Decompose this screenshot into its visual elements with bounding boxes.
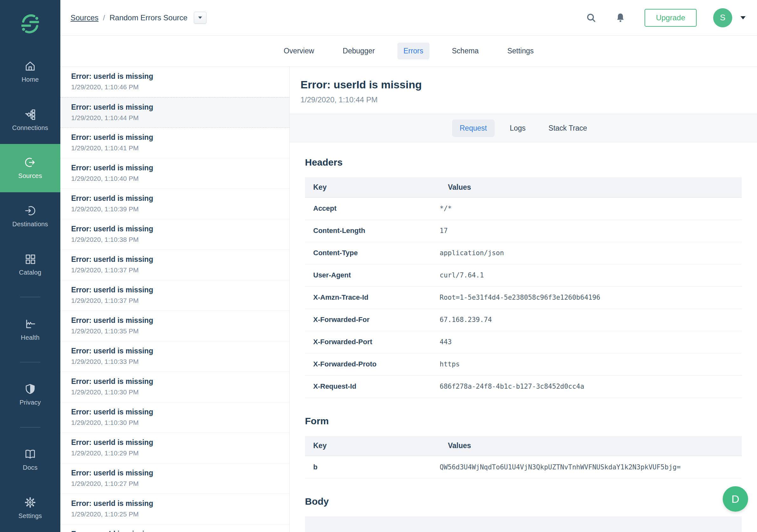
account-menu-chevron-icon[interactable] bbox=[741, 16, 745, 19]
table-row: User-Agentcurl/7.64.1 bbox=[305, 264, 742, 286]
chat-widget-button[interactable]: D bbox=[723, 486, 748, 512]
kv-key: X-Request-Id bbox=[305, 375, 439, 397]
error-item-timestamp: 1/29/2020, 1:10:27 PM bbox=[71, 480, 280, 487]
error-item-title: Error: userId is missing bbox=[71, 468, 280, 478]
sidebar-item-health[interactable]: Health bbox=[0, 305, 60, 354]
kv-key: User-Agent bbox=[305, 264, 439, 286]
chevron-down-icon bbox=[198, 16, 202, 19]
error-list-item[interactable]: Error: userId is missing1/29/2020, 1:10:… bbox=[60, 341, 289, 372]
error-item-timestamp: 1/29/2020, 1:10:46 PM bbox=[71, 83, 280, 91]
kv-value: QW56d3U4WjNqdTo6U1U4VjN3QkpUZTNvTnhWVFNU… bbox=[439, 456, 742, 478]
top-header: Sources / Random Errors Source Upgrade S bbox=[60, 0, 757, 36]
tab-settings[interactable]: Settings bbox=[501, 43, 540, 59]
source-switcher-button[interactable] bbox=[194, 12, 206, 24]
kv-key: b bbox=[305, 456, 439, 478]
error-detail-panel: Error: userId is missing 1/29/2020, 1:10… bbox=[290, 67, 757, 532]
error-item-timestamp: 1/29/2020, 1:10:41 PM bbox=[71, 144, 280, 152]
tab-overview[interactable]: Overview bbox=[278, 43, 320, 59]
kv-key: X-Forwarded-For bbox=[305, 309, 439, 331]
sidebar-item-label: Docs bbox=[23, 464, 38, 471]
kv-value: */* bbox=[439, 197, 742, 220]
tab-debugger[interactable]: Debugger bbox=[337, 43, 381, 59]
error-item-title: Error: userId is missing bbox=[71, 377, 280, 386]
breadcrumb: Sources / Random Errors Source bbox=[71, 12, 206, 24]
sidebar-item-label: Home bbox=[22, 76, 39, 83]
upgrade-button[interactable]: Upgrade bbox=[645, 9, 697, 27]
detail-subtabs: Request Logs Stack Trace bbox=[290, 114, 757, 142]
sidebar-item-label: Privacy bbox=[20, 399, 41, 406]
error-list-item[interactable]: Error: userId is missing1/29/2020, 1:10:… bbox=[60, 219, 289, 250]
catalog-icon bbox=[24, 253, 36, 265]
sidebar-item-label: Catalog bbox=[19, 269, 41, 276]
form-section-heading: Form bbox=[305, 416, 742, 426]
search-icon bbox=[586, 13, 596, 23]
subtab-stack-trace[interactable]: Stack Trace bbox=[541, 119, 595, 137]
error-list-item[interactable]: Error: userId is missing1/29/2020, 1:10:… bbox=[60, 311, 289, 341]
sidebar-item-privacy[interactable]: Privacy bbox=[0, 371, 60, 419]
kv-key: Accept bbox=[305, 197, 439, 220]
kv-value: 686f278a-24f8-4b1c-b127-3c8452d0cc4a bbox=[439, 375, 742, 397]
header-actions: Upgrade S bbox=[585, 8, 745, 27]
error-list-item[interactable]: Error: userId is missing bbox=[60, 524, 289, 532]
table-row: Content-Length17 bbox=[305, 220, 742, 242]
sidebar-item-label: Connections bbox=[12, 124, 48, 132]
error-item-timestamp: 1/29/2020, 1:10:44 PM bbox=[71, 114, 280, 122]
segment-logo[interactable] bbox=[0, 0, 60, 48]
home-icon bbox=[24, 60, 36, 72]
error-item-timestamp: 1/29/2020, 1:10:25 PM bbox=[71, 510, 280, 518]
error-list-item[interactable]: Error: userId is missing1/29/2020, 1:10:… bbox=[60, 67, 289, 97]
error-item-title: Error: userId is missing bbox=[71, 194, 280, 203]
error-item-title: Error: userId is missing bbox=[71, 499, 280, 508]
sidebar-item-settings[interactable]: Settings bbox=[0, 484, 60, 532]
error-item-title: Error: userId is missing bbox=[71, 407, 280, 417]
breadcrumb-sources-link[interactable]: Sources bbox=[71, 13, 99, 22]
search-button[interactable] bbox=[585, 12, 597, 24]
error-detail-header: Error: userId is missing 1/29/2020, 1:10… bbox=[290, 67, 757, 114]
error-list-item[interactable]: Error: userId is missing1/29/2020, 1:10:… bbox=[60, 494, 289, 524]
error-list-item[interactable]: Error: userId is missing1/29/2020, 1:10:… bbox=[60, 280, 289, 311]
tab-errors[interactable]: Errors bbox=[397, 43, 430, 59]
sidebar-item-connections[interactable]: Connections bbox=[0, 96, 60, 144]
error-list-item[interactable]: Error: userId is missing1/29/2020, 1:10:… bbox=[60, 250, 289, 280]
error-list-item[interactable]: Error: userId is missing1/29/2020, 1:10:… bbox=[60, 372, 289, 402]
table-row: X-Request-Id686f278a-24f8-4b1c-b127-3c84… bbox=[305, 375, 742, 397]
tab-schema[interactable]: Schema bbox=[446, 43, 485, 59]
table-row: X-Forwarded-For67.168.239.74 bbox=[305, 309, 742, 331]
kv-key: X-Amzn-Trace-Id bbox=[305, 286, 439, 309]
table-row: Accept*/* bbox=[305, 197, 742, 220]
error-list-item[interactable]: Error: userId is missing1/29/2020, 1:10:… bbox=[60, 158, 289, 189]
subtab-request[interactable]: Request bbox=[452, 119, 495, 137]
breadcrumb-separator: / bbox=[103, 13, 105, 22]
error-item-title: Error: userId is missing bbox=[71, 102, 280, 112]
sidebar-item-label: Settings bbox=[18, 512, 42, 519]
sidebar-item-home[interactable]: Home bbox=[0, 48, 60, 96]
error-item-title: Error: userId is missing bbox=[71, 285, 280, 295]
error-list-item[interactable]: Error: userId is missing1/29/2020, 1:10:… bbox=[60, 433, 289, 463]
kv-value: 67.168.239.74 bbox=[439, 309, 742, 331]
sidebar-item-sources[interactable]: Sources bbox=[0, 144, 60, 192]
error-list: Error: userId is missing1/29/2020, 1:10:… bbox=[60, 67, 290, 532]
sidebar-divider bbox=[20, 427, 40, 427]
table-row: X-Forwarded-Port443 bbox=[305, 331, 742, 353]
notifications-button[interactable] bbox=[614, 12, 627, 24]
subtab-logs[interactable]: Logs bbox=[502, 119, 533, 137]
health-icon bbox=[24, 318, 36, 330]
table-row: bQW56d3U4WjNqdTo6U1U4VjN3QkpUZTNvTnhWVFN… bbox=[305, 456, 742, 478]
error-item-title: Error: userId is missing bbox=[71, 163, 280, 172]
column-header-key: Key bbox=[305, 436, 439, 456]
error-list-item[interactable]: Error: userId is missing1/29/2020, 1:10:… bbox=[60, 402, 289, 433]
kv-value: curl/7.64.1 bbox=[439, 264, 742, 286]
error-list-item[interactable]: Error: userId is missing1/29/2020, 1:10:… bbox=[60, 128, 289, 158]
column-header-values: Values bbox=[439, 177, 742, 197]
sidebar-item-destinations[interactable]: Destinations bbox=[0, 192, 60, 240]
avatar[interactable]: S bbox=[713, 8, 732, 27]
error-list-item[interactable]: Error: userId is missing1/29/2020, 1:10:… bbox=[60, 97, 289, 128]
kv-key: X-Forwarded-Port bbox=[305, 331, 439, 353]
sidebar-item-docs[interactable]: Docs bbox=[0, 436, 60, 484]
kv-value: https bbox=[439, 353, 742, 375]
connections-icon bbox=[24, 109, 36, 120]
sidebar-item-catalog[interactable]: Catalog bbox=[0, 240, 60, 289]
error-list-item[interactable]: Error: userId is missing1/29/2020, 1:10:… bbox=[60, 189, 289, 219]
error-list-item[interactable]: Error: userId is missing1/29/2020, 1:10:… bbox=[60, 463, 289, 494]
error-item-timestamp: 1/29/2020, 1:10:29 PM bbox=[71, 449, 280, 457]
